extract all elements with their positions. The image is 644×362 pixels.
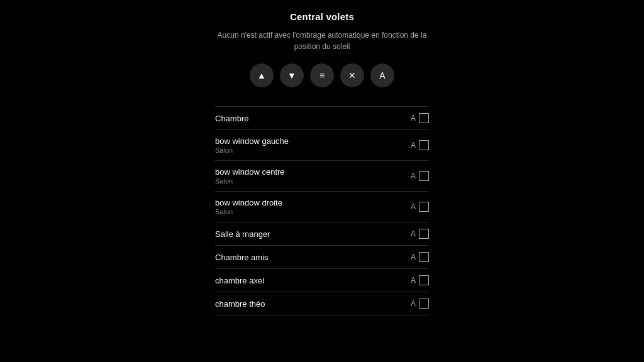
list-item: Salle à mangerA [215,222,429,246]
list-item: Chambre amisA [215,246,429,269]
item-a-label: A [411,202,416,211]
list-item: chambre axelA [215,269,429,292]
item-name: bow window centre [215,167,285,177]
list-item: bow window centreSalonA [215,161,429,192]
menu-button[interactable]: ≡ [310,63,334,87]
item-a-label: A [411,141,416,150]
item-a-label: A [411,172,416,180]
subtitle: Aucun n'est actif avec l'ombrage automat… [209,30,435,52]
item-checkbox[interactable] [419,229,429,239]
item-checkbox[interactable] [419,140,429,150]
item-name: chambre théo [215,299,265,309]
item-name: bow window gauche [215,136,289,146]
list-item: bow window droiteSalonA [215,192,429,222]
item-sublabel: Salon [215,146,289,154]
item-checkbox[interactable] [419,252,429,262]
chevron-down-button[interactable]: ▼ [280,63,304,87]
page-container: Central volets Aucun n'est actif avec l'… [0,0,644,362]
item-a-label: A [411,229,416,238]
auto-button[interactable]: A [370,63,394,87]
list-item: ChambreA [215,106,429,130]
item-sublabel: Salon [215,208,282,216]
chevron-up-button[interactable]: ▲ [250,63,274,87]
item-checkbox[interactable] [419,113,429,123]
controls-row: ▲▼≡✕A [250,63,394,87]
item-name: Salle à manger [215,229,270,239]
item-checkbox[interactable] [419,202,429,212]
item-a-label: A [411,276,416,285]
item-checkbox[interactable] [419,275,429,285]
item-a-label: A [411,114,416,123]
item-name: Chambre amis [215,253,269,262]
item-a-label: A [411,299,416,308]
item-name: Chambre [215,114,248,123]
close-button[interactable]: ✕ [340,63,364,87]
list-item: bow window gaucheSalonA [215,130,429,161]
item-sublabel: Salon [215,177,285,185]
item-checkbox[interactable] [419,171,429,181]
item-a-label: A [411,253,416,261]
list-item: chambre théoA [215,292,429,315]
page-title: Central volets [290,11,354,22]
items-list: ChambreAbow window gaucheSalonAbow windo… [215,106,429,315]
item-name: bow window droite [215,198,282,207]
item-name: chambre axel [215,276,264,285]
item-checkbox[interactable] [419,299,429,309]
